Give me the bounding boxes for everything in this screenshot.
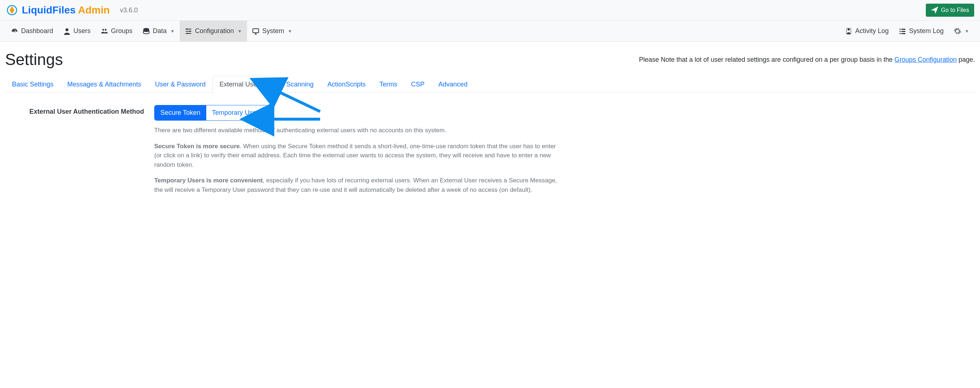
main-navbar: Dashboard Users Groups Data ▼ Configurat… <box>0 21 980 42</box>
tab-user-password[interactable]: User & Password <box>148 76 212 93</box>
groups-configuration-link[interactable]: Groups Configuration <box>894 56 957 63</box>
svg-point-1 <box>65 29 68 31</box>
temporary-users-button[interactable]: Temporary Users <box>206 105 268 120</box>
nav-groups-label: Groups <box>111 27 132 35</box>
caret-down-icon: ▼ <box>965 29 969 34</box>
nav-settings-gear[interactable]: ▼ <box>949 21 974 41</box>
secure-token-button[interactable]: Secure Token <box>154 105 206 120</box>
brand-logo-icon <box>6 4 18 16</box>
nav-configuration[interactable]: Configuration ▼ <box>180 21 247 41</box>
auth-desc-secure-strong: Secure Token is more secure <box>154 143 240 150</box>
svg-point-2 <box>102 29 104 31</box>
tab-terms[interactable]: Terms <box>372 76 404 93</box>
go-to-files-button[interactable]: Go to Files <box>926 4 974 17</box>
caret-down-icon: ▼ <box>170 29 175 34</box>
nav-activity-log[interactable]: Activity Log <box>840 21 894 41</box>
svg-rect-14 <box>900 29 901 30</box>
svg-rect-19 <box>901 33 905 34</box>
caret-down-icon: ▼ <box>288 29 292 34</box>
user-icon <box>63 28 71 35</box>
auth-method-label: External User Authentication Method <box>16 105 144 201</box>
tab-basic-settings[interactable]: Basic Settings <box>5 76 60 93</box>
top-bar: LiquidFiles Admin v3.6.0 Go to Files <box>0 0 980 21</box>
nav-activity-label: Activity Log <box>855 27 889 35</box>
brand: LiquidFiles Admin v3.6.0 <box>6 4 138 16</box>
caret-down-icon: ▼ <box>237 29 242 34</box>
nav-system-log[interactable]: System Log <box>894 21 949 41</box>
auth-method-row: External User Authentication Method Secu… <box>5 105 975 201</box>
tab-external-users[interactable]: External Users <box>212 76 269 93</box>
nav-dashboard-label: Dashboard <box>21 27 53 35</box>
users-icon <box>101 28 108 35</box>
svg-rect-17 <box>901 31 905 32</box>
svg-point-9 <box>189 30 191 32</box>
auth-desc-temp: Temporary Users is more convenient, espe… <box>154 176 562 194</box>
nav-data-label: Data <box>153 27 167 35</box>
svg-rect-18 <box>900 33 901 34</box>
auth-desc-temp-strong: Temporary Users is more convenient <box>154 177 262 184</box>
brand-version: v3.6.0 <box>120 6 138 14</box>
tab-csp[interactable]: CSP <box>404 76 431 93</box>
tab-advanced[interactable]: Advanced <box>431 76 474 93</box>
tab-av-scanning[interactable]: AV Scanning <box>269 76 320 93</box>
svg-rect-16 <box>900 31 901 32</box>
sliders-icon <box>185 28 192 35</box>
nav-groups[interactable]: Groups <box>95 21 137 41</box>
auth-desc-secure: Secure Token is more secure. When using … <box>154 142 562 169</box>
desktop-icon <box>252 28 259 35</box>
svg-point-8 <box>186 29 188 30</box>
auth-method-segmented: Secure Token Temporary Users <box>154 105 268 120</box>
nav-data[interactable]: Data ▼ <box>137 21 180 41</box>
svg-point-12 <box>848 29 850 30</box>
settings-tabs: Basic Settings Messages & Attachments Us… <box>5 76 975 93</box>
nav-users[interactable]: Users <box>58 21 95 41</box>
nav-dashboard[interactable]: Dashboard <box>6 21 58 41</box>
list-icon <box>899 28 906 35</box>
nav-configuration-label: Configuration <box>195 27 234 35</box>
page-note-pre: Please Note that a lot of user related s… <box>639 56 894 63</box>
dashboard-icon <box>11 28 18 35</box>
gear-icon <box>954 28 961 35</box>
nav-system[interactable]: System ▼ <box>247 21 297 41</box>
svg-rect-11 <box>253 29 259 33</box>
brand-admin: Admin <box>76 4 110 16</box>
brand-liquid: LiquidFiles <box>22 4 76 16</box>
page-note: Please Note that a lot of user related s… <box>639 56 975 63</box>
svg-point-10 <box>187 33 188 34</box>
clipboard-user-icon <box>845 28 852 35</box>
brand-text: LiquidFiles Admin <box>22 4 110 16</box>
tab-actionscripts[interactable]: ActionScripts <box>320 76 372 93</box>
auth-desc-intro: There are two different available method… <box>154 126 562 135</box>
nav-system-label: System <box>262 27 284 35</box>
tab-messages-attachments[interactable]: Messages & Attachments <box>60 76 148 93</box>
svg-rect-15 <box>901 29 905 30</box>
page-content: Settings Please Note that a lot of user … <box>0 42 980 215</box>
nav-users-label: Users <box>73 27 91 35</box>
nav-syslog-label: System Log <box>909 27 943 35</box>
page-title: Settings <box>5 51 63 69</box>
svg-point-3 <box>105 29 107 31</box>
database-icon <box>143 28 150 35</box>
page-note-post: page. <box>957 56 975 63</box>
go-to-files-label: Go to Files <box>941 7 969 13</box>
location-arrow-icon <box>931 6 938 14</box>
